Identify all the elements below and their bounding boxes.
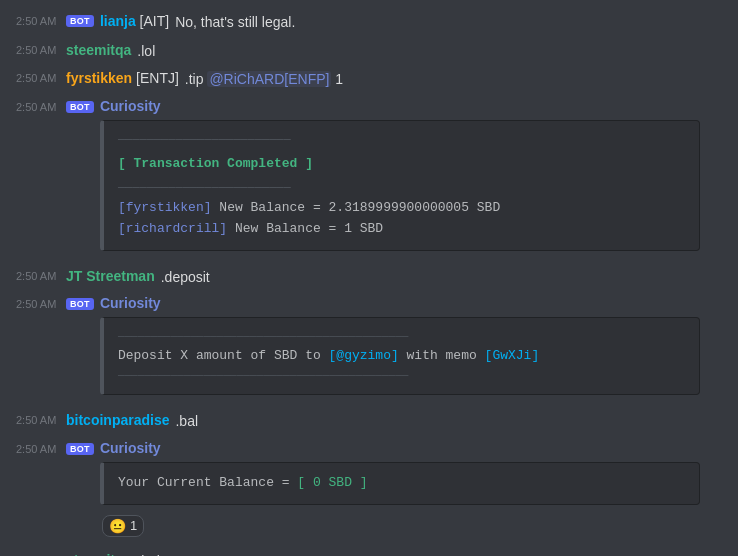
memo-text: [GwXJi] [485,348,540,363]
balance-name: [fyrstikken] [118,200,212,215]
messages-container: 2:50 AM BOT lianja [AIT] No, that's stil… [0,0,738,556]
username: Curiosity [100,295,161,311]
message-content: Curiosity Your Current Balance = [ 0 SBD… [100,440,722,537]
timestamp: 2:50 AM [16,15,58,27]
bot-badge: BOT [66,298,94,310]
username: lianja [AIT] [100,13,169,29]
message-content: steemitqa .lol [66,41,722,62]
completed-text: [ Transaction Completed ] [118,154,685,175]
timestamp: 2:50 AM [16,270,58,282]
balance-value: [ 0 SBD ] [297,475,367,490]
message-row: 2:50 AM steemitqa .lol [0,37,738,66]
timestamp: 2:50 AM [16,443,58,455]
message-content: Curiosity ——————————————————————————————… [100,295,722,399]
message-content: steemitqa .bal [66,551,722,556]
timestamp: 2:50 AM [16,298,58,310]
code-block-balance: Your Current Balance = [ 0 SBD ] [100,462,700,505]
message-content: fyrstikken [ENTJ] .tip @RiChARD[ENFP] 1 [66,69,722,90]
message-row: 2:50 AM BOT Curiosity ——————————————————… [0,291,738,407]
message-text: .lol [137,42,722,62]
timestamp: 2:50 AM [16,101,58,113]
balance-line1: [fyrstikken] New Balance = 2.31899999000… [118,198,685,219]
bot-badge: BOT [66,101,94,113]
divider: ———————————————————————— [118,179,685,198]
emoji-count: 1 [130,518,137,533]
username: bitcoinparadise [66,412,169,428]
bot-badge: BOT [66,443,94,455]
username: steemitqa [66,552,131,556]
mention: @RiChARD[ENFP] [207,71,331,87]
message-text: .bal [175,412,722,432]
message-row: 2:50 AM BOT Curiosity Your Current Balan… [0,436,738,547]
message-content: bitcoinparadise .bal [66,411,722,432]
username: JT Streetman [66,268,155,284]
message-text: .bal [137,552,722,556]
code-block-deposit: ————————————————————————————————————————… [100,317,700,395]
message-row: 2:50 AM BOT lianja [AIT] No, that's stil… [0,8,738,37]
timestamp: 2:50 AM [16,72,58,84]
bot-badge: BOT [66,15,94,27]
deposit-text: Deposit X amount of SBD to [@gyzimo] wit… [118,346,685,367]
balance-line2: [richardcrill] New Balance = 1 SBD [118,219,685,240]
username: Curiosity [100,98,161,114]
emoji-reaction[interactable]: 😐 1 [102,515,144,537]
username: Curiosity [100,440,161,456]
message-row: 2:50 AM fyrstikken [ENTJ] .tip @RiChARD[… [0,65,738,94]
deposit-link: [@gyzimo] [329,348,399,363]
message-content: Curiosity ———————————————————————— [ Tra… [100,98,722,255]
message-text: No, that's still legal. [175,13,722,33]
divider: ————————————————————————————————————————… [118,367,685,385]
emoji-symbol: 😐 [109,518,126,534]
message-row: 2:50 AM BOT Curiosity ——————————————————… [0,94,738,263]
message-row: 2:50 AM JT Streetman .deposit [0,263,738,292]
code-block-transaction: ———————————————————————— [ Transaction C… [100,120,700,251]
message-row: 2:50 AM steemitqa .bal [0,547,738,556]
balance-name: [richardcrill] [118,221,227,236]
message-content: lianja [AIT] No, that's still legal. [100,12,722,33]
balance-display: Your Current Balance = [ 0 SBD ] [118,475,368,490]
divider: ————————————————————————————————————————… [118,328,685,346]
message-content: JT Streetman .deposit [66,267,722,288]
timestamp: 2:50 AM [16,44,58,56]
username: steemitqa [66,42,131,58]
divider: ———————————————————————— [118,131,685,150]
message-text: .deposit [161,268,722,288]
timestamp: 2:50 AM [16,414,58,426]
message-row: 2:50 AM bitcoinparadise .bal [0,407,738,436]
message-text: .tip @RiChARD[ENFP] 1 [185,70,722,90]
username: fyrstikken [ENTJ] [66,70,179,86]
